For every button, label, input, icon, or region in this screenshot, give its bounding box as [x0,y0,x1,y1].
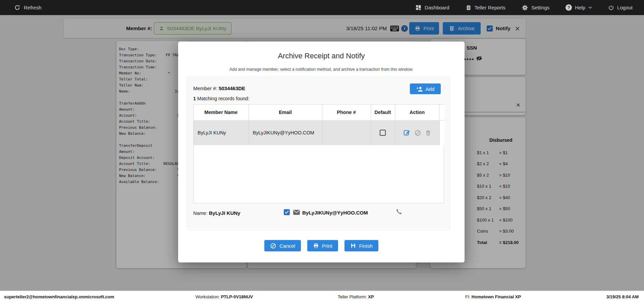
row-default-cell [371,120,395,145]
modal-member-number: 5034463DE [219,85,245,91]
save-icon [350,243,356,249]
nav-teller-reports-label: Teller Reports [475,5,506,10]
finish-button[interactable]: Finish [344,240,378,251]
modal-buttons: Cancel Print [178,240,465,251]
nav-teller-reports[interactable]: Teller Reports [466,4,506,11]
chevron-down-icon [588,6,592,9]
power-icon [608,5,614,11]
top-navbar: Refresh Dashboard [0,0,644,15]
navbar-right: Dashboard Teller Reports [415,4,644,11]
add-member-button[interactable]: Add [410,83,441,94]
finish-label: Finish [359,243,373,249]
records-table: Member Name Email Phone # Default Action… [193,104,444,203]
selected-name-line: Name: ByLyJI KUNy [193,210,240,216]
archive-notify-modal: Archive Receipt and Notify Add and manag… [178,42,465,262]
name-label: Name: [193,210,208,216]
fi-info: FI: Hometown Financial XP [465,294,521,299]
refresh-label: Refresh [24,5,42,10]
nav-help[interactable]: ? Help [566,4,592,11]
nav-logout[interactable]: Logout [608,5,633,11]
cancel-button[interactable]: Cancel [264,240,301,251]
col-default: Default [371,105,395,120]
refresh-icon [14,4,20,11]
platform-info: Teller Platform: XP [338,294,374,299]
modal-member-label: Member #: [193,85,217,91]
phone-icon[interactable] [395,208,402,215]
nav-dashboard-label: Dashboard [425,5,449,10]
clipboard-icon [466,4,472,11]
default-checkbox[interactable] [380,130,386,136]
trash-icon[interactable] [425,129,431,136]
cancel-label: Cancel [279,243,295,249]
add-member-label: Add [426,86,435,92]
col-email: Email [249,105,322,120]
nav-logout-label: Logout [617,5,633,10]
modal-title: Archive Receipt and Notify [178,52,465,60]
help-icon: ? [566,4,572,11]
col-filler [439,105,444,120]
row-email: ByLyJIKUNy@YyHOO.COM [249,120,322,145]
fi-label: FI: [465,294,470,299]
teller-app-screen: Refresh Dashboard [0,0,644,302]
modal-print-label: Print [322,243,332,249]
modal-inner-panel: Member #: 5034463DE Add 1 Matching recor… [187,76,450,231]
platform-value: XP [368,294,374,299]
col-phone: Phone # [322,105,371,120]
modal-member-line: Member #: 5034463DE [193,85,245,91]
col-member-name: Member Name [194,105,249,120]
row-phone [322,120,371,145]
modal-subtitle: Add and manage member, select a notifica… [178,67,465,72]
row-filler [439,120,444,145]
records-count: 1 [193,96,196,101]
nav-dashboard[interactable]: Dashboard [415,4,449,11]
records-count-line: 1 Matching records found: [193,96,250,101]
cancel-ban-icon [270,243,276,249]
printer-icon [313,243,319,249]
status-bar: superteller2@hometownfinancialxp.onmicro… [0,291,644,302]
logged-in-user: superteller2@hometownfinancialxp.onmicro… [4,294,114,299]
status-datetime: 3/19/25 8:04 AM [606,294,639,299]
col-action: Action [395,105,439,120]
workstation-label: Workstation: [196,294,220,299]
dashboard-icon [415,4,422,11]
workstation-value: PTLP-0V18NUV [221,294,253,299]
fi-value: Hometown Financial XP [472,294,521,299]
ban-icon[interactable] [414,129,421,136]
email-notify-checkbox[interactable] [284,209,290,215]
name-value: ByLyJI KUNy [209,210,240,216]
refresh-button[interactable]: Refresh [14,4,42,11]
nav-help-label: Help [575,5,585,10]
envelope-icon [293,209,300,215]
edit-icon[interactable] [403,129,411,136]
notify-email-value: ByLyJIKUNy@YyHOO.COM [302,210,368,216]
records-label: Matching records found: [197,96,250,101]
modal-print-button[interactable]: Print [307,240,338,251]
person-plus-icon [416,86,423,92]
nav-settings[interactable]: Settings [522,4,549,11]
workstation-info: Workstation: PTLP-0V18NUV [196,294,253,299]
gear-icon [522,4,528,11]
table-header-row: Member Name Email Phone # Default Action [194,105,444,120]
platform-label: Teller Platform: [338,294,367,299]
table-row[interactable]: ByLyJI KUNy ByLyJIKUNy@YyHOO.COM [194,120,444,145]
nav-settings-label: Settings [531,5,549,10]
row-member-name: ByLyJI KUNy [194,120,249,145]
row-action-cell [395,120,439,145]
